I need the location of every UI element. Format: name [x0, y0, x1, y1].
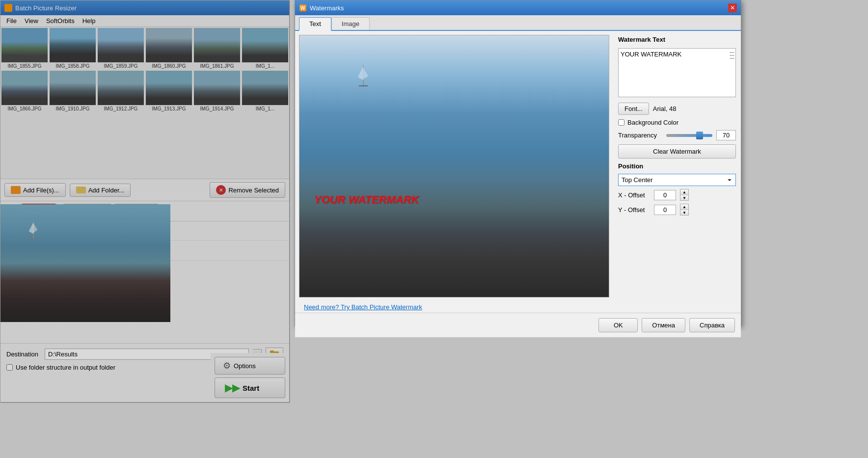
remove-icon: × [216, 185, 226, 195]
y-offset-input[interactable] [654, 205, 676, 215]
list-item[interactable]: IMG_1858.JPG [49, 27, 97, 70]
thumbnail-image [1, 71, 48, 105]
destination-label: Destination [6, 350, 41, 358]
list-item[interactable]: IMG_1861.JPG [193, 27, 241, 70]
watermark-text-label: Watermark Text [618, 36, 736, 43]
font-display: Arial, 48 [653, 105, 677, 112]
bg-color-checkbox[interactable] [618, 119, 624, 126]
thumbnail-area: IMG_1855.JPG IMG_1858.JPG IMG_1859.JPG I… [0, 27, 289, 179]
main-preview-area [0, 204, 170, 322]
dialog-preview: YOUR WATERMARK [299, 35, 609, 297]
list-item[interactable]: IMG_1914.JPG [193, 70, 241, 112]
options-button[interactable]: ⚙ Options [215, 357, 285, 375]
bg-color-label: Background Color [627, 119, 678, 126]
svg-rect-5 [270, 350, 274, 352]
add-folder-label: Add Folder... [88, 187, 125, 194]
list-item[interactable]: IMG_1913.JPG [145, 70, 193, 112]
transparency-row: Transparency [618, 130, 736, 140]
menu-softorbits[interactable]: SoftOrbits [42, 16, 79, 26]
x-offset-input[interactable] [654, 190, 676, 200]
dialog-right-panel: Watermark Text YOUR WATERMARK Font... Ar… [613, 31, 741, 301]
dialog-tabs: Text Image [295, 15, 741, 31]
x-offset-spinner[interactable]: ▲ ▼ [680, 189, 689, 201]
y-offset-up[interactable]: ▲ [680, 204, 688, 210]
dialog-title: Watermarks [310, 4, 344, 12]
thumbnail-label: IMG_1859.JPG [98, 63, 144, 69]
thumbnail-label: IMG_1913.JPG [146, 106, 192, 111]
y-offset-row: Y - Offset ▲ ▼ [618, 204, 736, 216]
dialog-close-button[interactable]: ✕ [728, 3, 737, 12]
more-info-row: Need more? Try Batch Picture Watermark [295, 301, 741, 313]
transparency-slider-track[interactable] [666, 134, 712, 137]
transparency-slider-thumb[interactable] [696, 132, 703, 139]
dialog-buttons: OK Отмена Справка [295, 313, 741, 337]
folder-structure-checkbox[interactable] [6, 364, 13, 371]
add-folder-button[interactable]: Add Folder... [70, 184, 131, 197]
list-item[interactable]: IMG_1859.JPG [97, 27, 145, 70]
thumbnail-image [98, 28, 144, 62]
thumbnail-label: IMG_1... [242, 106, 288, 111]
menu-view[interactable]: View [21, 16, 42, 26]
main-title-bar: Batch Picture Resizer [0, 0, 289, 15]
thumbnail-label: IMG_1861.JPG [194, 63, 240, 69]
main-window: Batch Picture Resizer File View SoftOrbi… [0, 0, 290, 403]
add-files-button[interactable]: Add File(s)... [4, 183, 66, 197]
y-offset-down[interactable]: ▼ [680, 210, 688, 215]
thumbnail-image [146, 71, 192, 105]
thumbnail-image [242, 28, 288, 62]
list-item[interactable]: IMG_1910.JPG [49, 70, 97, 112]
position-dropdown-container: Top Center Top Left Top Right Center Lef… [618, 174, 736, 186]
list-item[interactable]: IMG_1860.JPG [145, 27, 193, 70]
x-offset-label: X - Offset [618, 191, 650, 199]
thumbnail-image [194, 28, 240, 62]
watermarks-dialog: W Watermarks ✕ Text Image YOUR WATERMARK… [295, 0, 741, 326]
menu-file[interactable]: File [2, 16, 21, 26]
thumbnail-image [98, 71, 144, 105]
svg-marker-10 [363, 68, 368, 79]
list-item[interactable]: IMG_1855.JPG [0, 27, 49, 70]
watermark-text-overlay: YOUR WATERMARK [314, 193, 419, 206]
cancel-button[interactable]: Отмена [642, 318, 685, 332]
ok-button[interactable]: OK [598, 318, 638, 332]
sailboat-icon [27, 219, 40, 241]
thumbnail-image [50, 71, 96, 105]
remove-selected-button[interactable]: × Remove Selected [210, 182, 285, 198]
watermark-textarea[interactable]: YOUR WATERMARK [618, 48, 736, 97]
main-window-title: Batch Picture Resizer [15, 4, 77, 12]
list-item[interactable]: IMG_1... [241, 27, 289, 70]
position-dropdown[interactable]: Top Center Top Left Top Right Center Lef… [618, 174, 736, 186]
add-files-label: Add File(s)... [23, 187, 59, 194]
svg-marker-9 [358, 66, 363, 80]
font-button[interactable]: Font... [618, 103, 649, 115]
list-item[interactable]: IMG_1... [241, 70, 289, 112]
list-item[interactable]: IMG_1912.JPG [97, 70, 145, 112]
y-offset-label: Y - Offset [618, 206, 650, 214]
start-icon: ▶▶ [225, 382, 240, 394]
preview-image [0, 204, 170, 322]
thumbnail-label: IMG_1866.JPG [1, 106, 48, 111]
y-offset-spinner[interactable]: ▲ ▼ [680, 204, 689, 216]
thumbnail-image [242, 71, 288, 105]
thumbnail-row-2: IMG_1866.JPG IMG_1910.JPG IMG_1912.JPG I… [0, 70, 289, 112]
list-item[interactable]: IMG_1866.JPG [0, 70, 49, 112]
tab-image[interactable]: Image [331, 17, 370, 30]
transparency-input[interactable] [716, 130, 736, 140]
svg-text:W: W [300, 5, 305, 11]
bg-color-row: Background Color [618, 119, 736, 126]
help-button[interactable]: Справка [689, 318, 735, 332]
thumbnail-label: IMG_1858.JPG [50, 63, 96, 69]
add-files-icon [11, 186, 21, 194]
x-offset-down[interactable]: ▼ [680, 195, 688, 200]
tab-text[interactable]: Text [299, 17, 331, 31]
thumbnail-label: IMG_1910.JPG [50, 106, 96, 111]
thumbnail-label: IMG_1912.JPG [98, 106, 144, 111]
thumbnail-label: IMG_1914.JPG [194, 106, 240, 111]
x-offset-up[interactable]: ▲ [680, 189, 688, 195]
x-offset-row: X - Offset ▲ ▼ [618, 189, 736, 201]
more-info-link[interactable]: Need more? Try Batch Picture Watermark [304, 303, 422, 311]
menu-help[interactable]: Help [79, 16, 100, 26]
clear-watermark-button[interactable]: Clear Watermark [618, 144, 736, 159]
start-button[interactable]: ▶▶ Start [215, 377, 285, 398]
font-row: Font... Arial, 48 [618, 103, 736, 115]
gear-icon: ⚙ [223, 360, 231, 371]
